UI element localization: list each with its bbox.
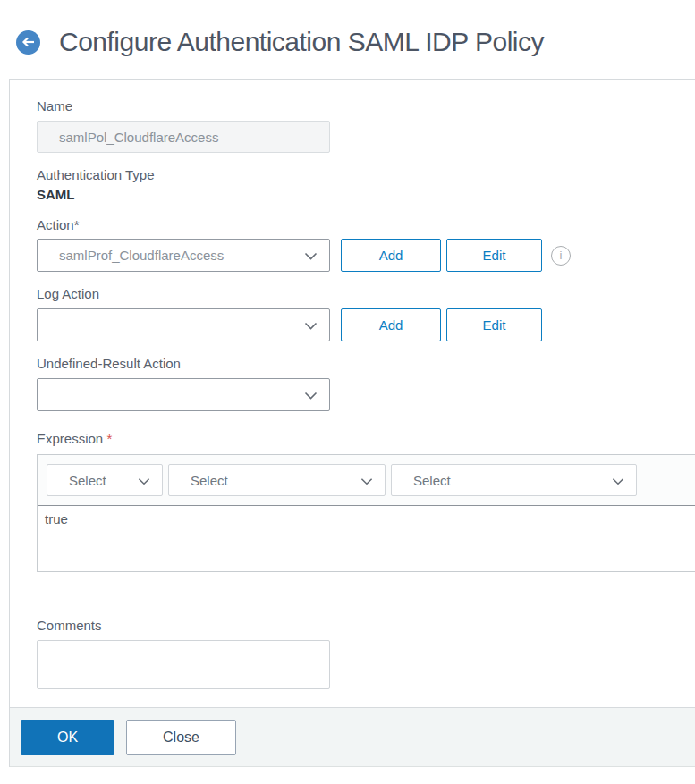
chevron-down-icon xyxy=(304,248,318,263)
expression-select-3-value: Select xyxy=(413,473,451,488)
log-action-label: Log Action xyxy=(37,286,695,301)
name-label: Name xyxy=(37,98,695,114)
expression-select-2-value: Select xyxy=(191,473,228,488)
expression-select-1-value: Select xyxy=(69,473,106,488)
expression-select-3[interactable]: Select xyxy=(391,464,637,496)
undefined-result-action-label: Undefined-Result Action xyxy=(37,356,695,371)
form-body: Name Authentication Type SAML Action* sa… xyxy=(10,80,695,689)
log-action-select[interactable] xyxy=(37,308,330,341)
action-row: samlProf_CloudflareAccess Add Edit i xyxy=(37,239,695,272)
chevron-down-icon xyxy=(138,473,150,488)
info-icon[interactable]: i xyxy=(551,246,571,266)
expression-editor: Select Select Select xyxy=(37,454,695,572)
expression-select-1[interactable]: Select xyxy=(47,464,163,496)
auth-type-label: Authentication Type xyxy=(37,167,695,182)
required-asterisk: * xyxy=(106,431,112,446)
expression-input[interactable]: true xyxy=(38,506,695,571)
action-edit-button[interactable]: Edit xyxy=(446,239,542,272)
action-select-value: samlProf_CloudflareAccess xyxy=(59,248,224,263)
action-select[interactable]: samlProf_CloudflareAccess xyxy=(37,239,330,272)
auth-type-value: SAML xyxy=(37,187,695,203)
log-action-row: Add Edit xyxy=(37,308,695,341)
arrow-left-icon xyxy=(21,37,35,47)
chevron-down-icon xyxy=(304,387,318,402)
ok-button[interactable]: OK xyxy=(21,720,114,755)
expression-select-2[interactable]: Select xyxy=(168,464,386,496)
expression-label: Expression * xyxy=(37,431,695,446)
page-title: Configure Authentication SAML IDP Policy xyxy=(59,27,544,57)
expression-label-text: Expression xyxy=(37,431,103,446)
comments-label: Comments xyxy=(37,618,695,633)
expression-toolbar: Select Select Select xyxy=(38,455,695,506)
chevron-down-icon xyxy=(304,317,318,333)
log-action-edit-button[interactable]: Edit xyxy=(446,308,542,341)
name-input xyxy=(37,121,330,153)
page-header: Configure Authentication SAML IDP Policy xyxy=(0,0,695,79)
log-action-add-button[interactable]: Add xyxy=(341,308,441,341)
form-panel: Name Authentication Type SAML Action* sa… xyxy=(9,79,695,767)
comments-input[interactable] xyxy=(37,640,330,689)
chevron-down-icon xyxy=(612,473,624,488)
form-footer: OK Close xyxy=(10,707,695,767)
action-add-button[interactable]: Add xyxy=(341,239,441,272)
undefined-result-action-select[interactable] xyxy=(37,378,330,411)
chevron-down-icon xyxy=(360,473,373,488)
action-label: Action* xyxy=(37,217,695,232)
close-button[interactable]: Close xyxy=(126,720,236,755)
back-button[interactable] xyxy=(16,30,40,55)
